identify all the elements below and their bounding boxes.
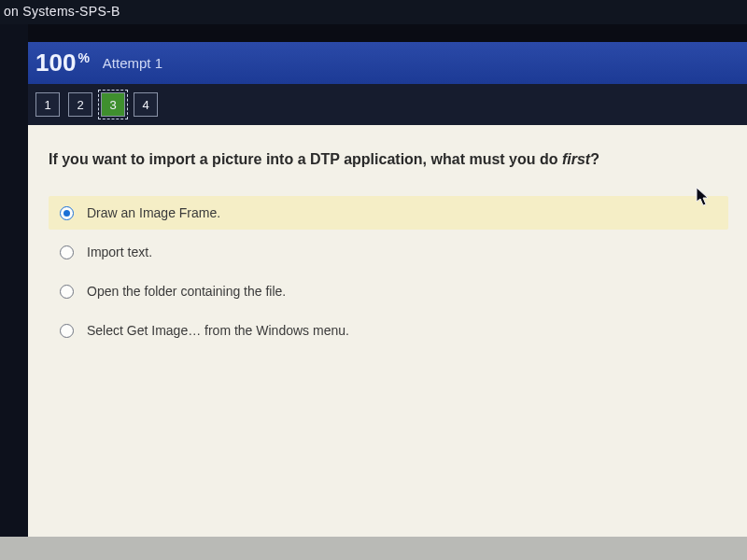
option-2[interactable]: Import text.	[49, 235, 728, 269]
score-unit: %	[78, 50, 89, 65]
question-prefix: If you want to import a picture into a D…	[49, 151, 562, 167]
attempt-label: Attempt 1	[103, 55, 162, 71]
question-nav-4[interactable]: 4	[134, 92, 158, 117]
question-nav-1[interactable]: 1	[35, 92, 60, 117]
question-emph: first	[562, 151, 590, 167]
question-text: If you want to import a picture into a D…	[49, 151, 728, 168]
option-1[interactable]: Draw an Image Frame.	[49, 196, 728, 230]
app-frame: on Systems-SPS-B 100 % Attempt 1 1 2 3 4…	[0, 0, 747, 537]
window-title-bar: on Systems-SPS-B	[0, 0, 747, 24]
progress-header: 100 % Attempt 1	[28, 42, 747, 84]
option-label: Select Get Image… from the Windows menu.	[87, 323, 349, 338]
option-3[interactable]: Open the folder containing the file.	[49, 274, 728, 308]
left-gutter	[0, 24, 28, 537]
radio-icon	[60, 206, 74, 220]
radio-icon	[60, 324, 74, 338]
window-title: on Systems-SPS-B	[4, 4, 120, 19]
question-nav-2[interactable]: 2	[68, 92, 92, 117]
score-value: 100	[35, 49, 76, 77]
question-nav-3[interactable]: 3	[101, 92, 125, 117]
option-label: Draw an Image Frame.	[87, 205, 220, 220]
question-panel: If you want to import a picture into a D…	[28, 125, 747, 537]
radio-icon	[60, 245, 74, 259]
question-suffix: ?	[590, 151, 599, 167]
option-label: Open the folder containing the file.	[87, 284, 286, 299]
question-nav: 1 2 3 4	[28, 84, 747, 125]
option-4[interactable]: Select Get Image… from the Windows menu.	[49, 314, 728, 347]
radio-icon	[60, 285, 74, 299]
option-label: Import text.	[87, 245, 152, 259]
outer-frame: on Systems-SPS-B 100 % Attempt 1 1 2 3 4…	[0, 0, 747, 560]
